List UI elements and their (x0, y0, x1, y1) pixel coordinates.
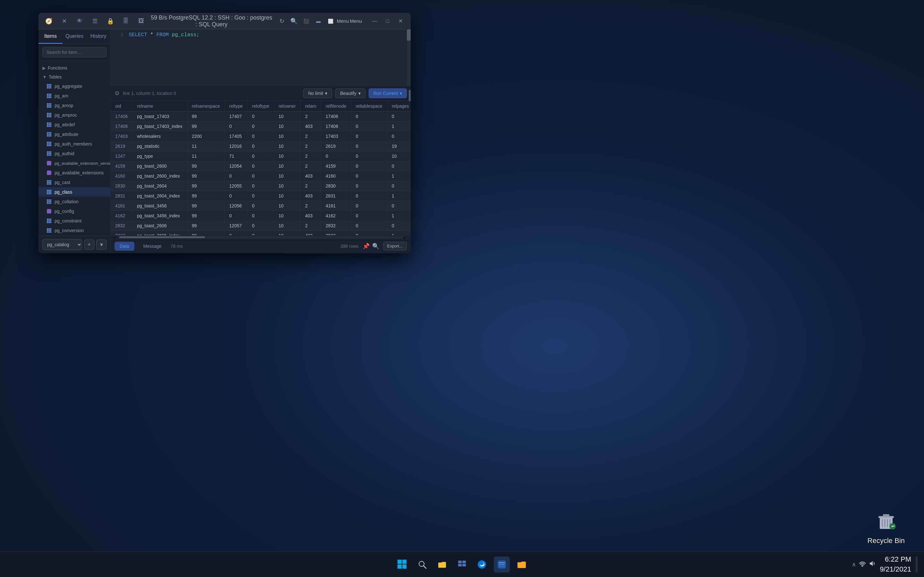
tab-queries[interactable]: Queries (63, 29, 87, 44)
tray-volume-icon[interactable] (869, 560, 877, 569)
table-item-pg_attribute[interactable]: pg_attribute (39, 129, 110, 139)
minimize-button[interactable]: — (370, 16, 380, 26)
tab-items[interactable]: Items (39, 29, 63, 44)
export-button[interactable]: Export... (383, 242, 407, 250)
cell-reltype: 12016 (225, 141, 247, 151)
table-label: pg_amop (55, 103, 73, 108)
clock[interactable]: 6:22 PM 9/21/2021 (880, 554, 911, 574)
nav-icon[interactable]: 🧭 (44, 16, 54, 26)
col-oid[interactable]: oid (111, 101, 132, 111)
col-relfilenode[interactable]: relfilenode (321, 101, 351, 111)
table-item-pg_am[interactable]: pg_am (39, 91, 110, 101)
col-relname[interactable]: relname (132, 101, 187, 111)
table-item-pg_conversion[interactable]: pg_conversion (39, 226, 110, 235)
editor-area[interactable]: 1 SELECT * FROM pg_class; (111, 29, 411, 85)
lock-icon[interactable]: 🔒 (105, 16, 115, 26)
recycle-bin[interactable]: ↩ Recycle Bin (867, 508, 905, 545)
layout3-icon[interactable]: ⬜ (325, 16, 336, 26)
menu-label[interactable]: Menu (350, 18, 362, 24)
table-item-pg_authid[interactable]: pg_authid (39, 149, 110, 158)
tray-up-arrow[interactable]: ∧ (852, 561, 856, 568)
cell-reloftype: 0 (247, 231, 274, 235)
cell-relpages: 1 (387, 121, 411, 131)
tray-network-icon[interactable] (859, 560, 866, 569)
image-icon[interactable]: 🖼 (136, 16, 146, 26)
taskbar-files-button[interactable] (514, 556, 530, 572)
close-button[interactable]: ✕ (395, 16, 405, 26)
table-item-pg_constraint[interactable]: pg_constraint (39, 216, 110, 226)
table-item-pg_available_extensions[interactable]: pg_available_extensions (39, 168, 110, 177)
col-reloftype[interactable]: reloftype (247, 101, 274, 111)
table-item-pg_cast[interactable]: pg_cast (39, 177, 110, 187)
cell-relam: 403 (300, 121, 321, 131)
table-container[interactable]: oid relname relnamespace reltype relofty… (111, 101, 411, 235)
add-schema-button[interactable]: + (84, 239, 94, 250)
taskbar-filemanager-button[interactable] (434, 556, 450, 572)
col-relnamespace[interactable]: relnamespace (187, 101, 225, 111)
search-icon[interactable]: 🔍 (289, 16, 299, 26)
clock-date: 9/21/2021 (880, 564, 911, 574)
table-item-pg_class[interactable]: pg_class (39, 187, 110, 197)
reload-icon[interactable]: ↻ (276, 16, 287, 26)
svg-rect-11 (397, 564, 402, 569)
cell-relpages: 1 (387, 171, 411, 181)
editor-scrollbar[interactable] (407, 29, 411, 85)
cell-reloftype: 0 (247, 181, 274, 191)
table-item-pg_amproc[interactable]: pg_amproc (39, 110, 110, 120)
beautify-button[interactable]: Beautify ▾ (335, 89, 365, 98)
tab-data[interactable]: Data (115, 242, 134, 251)
cell-reloftype: 0 (247, 151, 274, 161)
table-item-pg_config[interactable]: pg_config (39, 206, 110, 216)
table-item-pg_available_extension_version[interactable]: pg_available_extension_version (39, 158, 110, 168)
ext-icon (46, 170, 52, 176)
cell-oid: 17403 (111, 131, 132, 141)
no-limit-button[interactable]: No limit ▾ (303, 89, 332, 98)
eye-icon[interactable]: 👁 (74, 16, 85, 26)
col-relowner[interactable]: relowner (274, 101, 300, 111)
taskbar-taskview-button[interactable] (454, 556, 470, 572)
table-item-pg_amop[interactable]: pg_amop (39, 101, 110, 110)
maximize-button[interactable]: □ (383, 16, 393, 26)
col-reltablespace[interactable]: reltablespace (351, 101, 387, 111)
footer-search-icon[interactable]: 🔍 (372, 243, 379, 250)
cell-relnamespace: 11 (187, 151, 225, 161)
search-input[interactable] (42, 47, 107, 57)
arrow-schema-button[interactable]: ▾ (96, 239, 107, 250)
schema-selector[interactable]: pg_catalog (42, 239, 82, 250)
cell-relpages: 1 (387, 191, 411, 201)
taskbar-edge-button[interactable] (474, 556, 490, 572)
windows-start-button[interactable] (394, 556, 410, 572)
cell-relnamespace: 99 (187, 231, 225, 235)
functions-section-header[interactable]: ▶ Functions (39, 63, 110, 73)
database-icon[interactable]: 🗄 (121, 16, 131, 26)
col-relpages[interactable]: relpages (387, 101, 411, 111)
list-icon[interactable]: ☰ (90, 16, 100, 26)
rows-count: 398 rows (341, 243, 359, 249)
cell-relname: pg_toast_17403_index (132, 121, 187, 131)
taskbar-search-button[interactable] (414, 556, 430, 572)
col-reltype[interactable]: reltype (225, 101, 247, 111)
close-small-icon[interactable]: ✕ (59, 16, 69, 26)
pin-icon[interactable]: 📌 (363, 243, 370, 250)
taskbar-tableplus-button[interactable] (494, 556, 510, 572)
table-item-pg_aggregate[interactable]: pg_aggregate (39, 81, 110, 91)
col-relam[interactable]: relam (300, 101, 321, 111)
cell-relam: 2 (300, 111, 321, 121)
layout2-icon[interactable]: ▬ (313, 16, 323, 26)
cell-relname: pg_toast_2606_index (132, 231, 187, 235)
query-toolbar: ⚙ line 1, column 1, location 0 No limit … (111, 85, 411, 101)
menu-button[interactable]: Menu (338, 16, 348, 26)
tab-message[interactable]: Message (138, 242, 167, 251)
show-desktop-button[interactable] (916, 556, 918, 572)
table-item-pg_auth_members[interactable]: pg_auth_members (39, 139, 110, 149)
tables-section-header[interactable]: ▼ Tables (39, 73, 110, 81)
settings-icon[interactable]: ⚙ (115, 90, 120, 97)
table-item-pg_collation[interactable]: pg_collation (39, 197, 110, 206)
table-item-pg_attrdef[interactable]: pg_attrdef (39, 120, 110, 129)
layout1-icon[interactable]: ⬛ (301, 16, 311, 26)
tab-history[interactable]: History (86, 29, 110, 44)
svg-rect-15 (438, 562, 446, 568)
window-controls: — □ ✕ (370, 16, 405, 26)
table-row: 17406pg_toast_174039917407010217406000 (111, 111, 411, 121)
run-current-button[interactable]: Run Current ▾ (368, 89, 407, 98)
